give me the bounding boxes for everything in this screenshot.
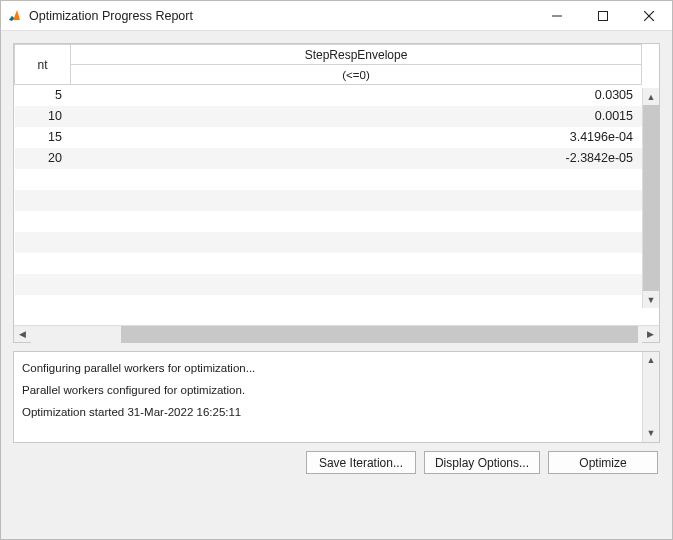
cell-val: -2.3842e-05 (71, 148, 642, 169)
svg-rect-1 (599, 11, 608, 20)
optimize-button[interactable]: Optimize (548, 451, 658, 474)
scroll-down-icon[interactable]: ▼ (643, 425, 659, 442)
table-row (15, 253, 642, 274)
scroll-track[interactable] (643, 369, 659, 425)
maximize-button[interactable] (580, 1, 626, 31)
col-header-iter: nt (15, 45, 71, 85)
scroll-thumb[interactable] (121, 326, 638, 343)
vertical-scrollbar[interactable]: ▲ ▼ (642, 88, 659, 308)
maximize-icon (598, 11, 608, 21)
col-subheader-envelope: (<=0) (71, 65, 642, 85)
table-viewport: nt StepRespEnvelope (<=0) 5 0.0305 (14, 44, 659, 325)
table-row (15, 295, 642, 316)
cell-val: 0.0015 (71, 106, 642, 127)
log-line: Configuring parallel workers for optimiz… (22, 358, 637, 380)
table-row (15, 211, 642, 232)
log-panel: Configuring parallel workers for optimiz… (13, 351, 660, 443)
table-row: 10 0.0015 (15, 106, 642, 127)
scroll-up-icon[interactable]: ▲ (643, 352, 659, 369)
save-iteration-button[interactable]: Save Iteration... (306, 451, 416, 474)
display-options-button[interactable]: Display Options... (424, 451, 540, 474)
table-row (15, 190, 642, 211)
matlab-icon (7, 8, 23, 24)
titlebar: Optimization Progress Report (1, 1, 672, 31)
minimize-button[interactable] (534, 1, 580, 31)
close-button[interactable] (626, 1, 672, 31)
cell-iter: 5 (15, 85, 71, 106)
cell-val: 3.4196e-04 (71, 127, 642, 148)
table-row (15, 274, 642, 295)
content-area: nt StepRespEnvelope (<=0) 5 0.0305 (1, 31, 672, 539)
cell-iter: 20 (15, 148, 71, 169)
cell-iter: 10 (15, 106, 71, 127)
scroll-left-icon[interactable]: ◀ (14, 326, 31, 343)
cell-iter: 15 (15, 127, 71, 148)
scroll-track[interactable] (31, 326, 642, 343)
table-row: 15 3.4196e-04 (15, 127, 642, 148)
table-row (15, 232, 642, 253)
table-row: 5 0.0305 (15, 85, 642, 106)
close-icon (644, 11, 654, 21)
table-row (15, 169, 642, 190)
log-vertical-scrollbar[interactable]: ▲ ▼ (642, 352, 659, 442)
button-row: Save Iteration... Display Options... Opt… (13, 451, 660, 478)
scroll-down-icon[interactable]: ▼ (643, 291, 659, 308)
results-table: nt StepRespEnvelope (<=0) 5 0.0305 (14, 44, 642, 316)
horizontal-scrollbar[interactable]: ◀ ▶ (14, 325, 659, 342)
col-header-envelope: StepRespEnvelope (71, 45, 642, 65)
cell-val: 0.0305 (71, 85, 642, 106)
log-line: Optimization started 31-Mar-2022 16:25:1… (22, 402, 637, 424)
scroll-thumb[interactable] (643, 105, 659, 291)
log-line: Parallel workers configured for optimiza… (22, 380, 637, 402)
scroll-right-icon[interactable]: ▶ (642, 326, 659, 343)
minimize-icon (552, 11, 562, 21)
table-row: 20 -2.3842e-05 (15, 148, 642, 169)
scroll-up-icon[interactable]: ▲ (643, 88, 659, 105)
app-window: Optimization Progress Report nt StepResp… (0, 0, 673, 540)
results-table-panel: nt StepRespEnvelope (<=0) 5 0.0305 (13, 43, 660, 343)
window-title: Optimization Progress Report (29, 9, 534, 23)
